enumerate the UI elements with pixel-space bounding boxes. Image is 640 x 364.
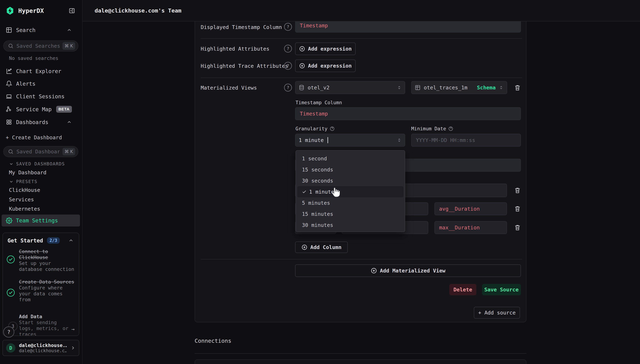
app-title: HyperDX — [18, 7, 44, 14]
gear-icon — [6, 218, 12, 224]
sidebar-item-label: Search — [16, 27, 36, 33]
section-presets[interactable]: PRESETS — [9, 179, 37, 184]
select-chevrons-icon — [499, 85, 503, 90]
sidebar-item-kubernetes[interactable]: Kubernetes — [9, 206, 40, 212]
dropdown-option[interactable]: 15 minutes — [296, 208, 405, 220]
dropdown-option-selected[interactable]: 1 minute — [297, 186, 403, 198]
granularity-dropdown: 1 second 15 seconds 30 seconds 1 minute … — [296, 150, 405, 232]
help-icon[interactable]: ? — [284, 84, 292, 92]
user-email: dale@clickhouse.c… — [19, 348, 67, 353]
sidebar-item-team-settings[interactable]: Team Settings — [2, 214, 80, 226]
get-started-panel: Get Started 2/3 Connect to ClickHouse Se… — [3, 232, 79, 336]
minimum-date-label: Minimum Date — [411, 126, 453, 132]
text-caret — [328, 137, 328, 143]
step-done-icon — [7, 256, 15, 263]
add-materialized-view-button[interactable]: Add Materialized View — [295, 264, 521, 277]
search-icon — [8, 43, 14, 49]
get-started-step[interactable]: Connect to ClickHouse Set up your databa… — [19, 249, 76, 272]
shortcut-badge: ⌘ K — [63, 148, 75, 155]
section-saved-dashboards[interactable]: SAVED DASHBOARDS — [9, 161, 65, 166]
source-settings-card: Displayed Timestamp Column ? Timestamp H… — [195, 22, 526, 322]
save-source-button[interactable]: Save Source — [482, 284, 521, 295]
sidebar-item-alerts[interactable]: Alerts — [6, 80, 77, 87]
saved-dashboards-input[interactable]: Saved Dashboards ⌘ K — [3, 146, 78, 157]
timestamp-column-input[interactable]: Timestamp — [295, 107, 521, 120]
saved-dashboards-placeholder: Saved Dashboards — [17, 148, 60, 155]
minimum-date-input[interactable]: YYYY-MM-DD HH:mm:ss — [411, 134, 521, 146]
step-subtitle: Set up your database connection — [19, 260, 76, 272]
info-icon — [330, 126, 335, 131]
materialized-views-label: Materialized Views — [201, 85, 257, 91]
delete-column-trash-icon[interactable] — [514, 205, 521, 212]
page-title: dale@clickhouse.com's Team — [95, 7, 181, 14]
step-title: Create Data Sources — [19, 279, 76, 285]
sidebar-item-my-dashboard[interactable]: My Dashboard — [9, 170, 47, 176]
get-started-step[interactable]: Create Data Sources Configure where your… — [19, 279, 76, 303]
connections-title: Connections — [195, 338, 231, 344]
user-menu[interactable]: D dale@clickhouse.… dale@clickhouse.c… — [3, 340, 79, 356]
sidebar-item-chart-explorer[interactable]: Chart Explorer — [6, 68, 77, 74]
help-icon[interactable]: ? — [284, 45, 292, 52]
sidebar-item-label: Dashboards — [16, 119, 49, 125]
dropdown-option[interactable]: 15 seconds — [296, 164, 405, 175]
dropdown-option[interactable]: 30 seconds — [296, 175, 405, 186]
step-title: Connect to ClickHouse — [19, 249, 76, 260]
sidebar-item-label: Alerts — [16, 81, 36, 87]
sidebar-item-service-map[interactable]: Service Map BETA — [6, 106, 77, 113]
help-icon[interactable]: ? — [284, 62, 292, 70]
delete-column-trash-icon[interactable] — [514, 224, 521, 231]
progress-badge: 2/3 — [47, 237, 60, 244]
chevron-down-icon — [9, 179, 14, 184]
column-alias-input[interactable]: max__Duration — [434, 221, 507, 234]
help-button[interactable]: ? — [3, 326, 14, 338]
granularity-combobox[interactable]: 1 minute — [295, 134, 405, 146]
delete-button[interactable]: Delete — [449, 284, 476, 295]
add-expression-button[interactable]: Add expression — [295, 42, 356, 55]
sidebar-item-dashboards[interactable]: Dashboards — [6, 119, 77, 125]
beta-badge: BETA — [56, 106, 72, 113]
dropdown-option[interactable]: 1 second — [296, 153, 405, 164]
user-name: dale@clickhouse.… — [19, 342, 67, 348]
delete-view-trash-icon[interactable] — [514, 84, 521, 92]
chevron-up-icon — [67, 120, 72, 125]
sidebar-item-label: Service Map — [16, 106, 52, 112]
add-column-button[interactable]: Add Column — [295, 242, 348, 253]
chevron-down-icon — [9, 162, 14, 166]
sidebar-collapse-icon[interactable] — [69, 8, 75, 14]
search-icon — [8, 149, 14, 154]
dropdown-option[interactable]: 5 minutes — [296, 198, 405, 208]
sidebar: HyperDX Search Saved Searches ⌘ K No sav… — [0, 0, 83, 364]
plus-circle-icon — [299, 46, 305, 52]
divider — [201, 38, 522, 38]
create-dashboard-button[interactable]: + Create Dashboard — [6, 134, 62, 140]
chevron-up-icon[interactable] — [68, 238, 74, 243]
sidebar-item-client-sessions[interactable]: Client Sessions — [6, 93, 77, 100]
highlighted-attributes-label: Highlighted Attributes — [201, 46, 269, 52]
add-source-button[interactable]: + Add source — [474, 307, 520, 318]
delete-column-trash-icon[interactable] — [514, 187, 521, 194]
sidebar-item-services[interactable]: Services — [9, 196, 34, 202]
search-section-icon — [6, 27, 12, 33]
divider — [201, 259, 522, 260]
get-started-step[interactable]: Add Data Start sending logs, metrics, or… — [19, 314, 69, 336]
dropdown-option[interactable]: 30 minutes — [296, 220, 405, 231]
step-done-icon — [7, 289, 15, 296]
saved-searches-input[interactable]: Saved Searches ⌘ K — [3, 40, 78, 52]
header: dale@clickhouse.com's Team — [83, 0, 640, 22]
avatar: D — [6, 343, 16, 352]
help-icon[interactable]: ? — [284, 23, 292, 31]
database-icon — [299, 85, 304, 90]
saved-searches-placeholder: Saved Searches — [17, 43, 60, 49]
table-select[interactable]: otel_traces_1m Schema — [411, 81, 507, 94]
sidebar-item-label: Chart Explorer — [16, 68, 61, 74]
chart-explorer-icon — [6, 68, 12, 74]
timestamp-column-label: Timestamp Column — [296, 100, 342, 105]
get-started-title: Get Started — [8, 238, 43, 244]
schema-link[interactable]: Schema — [477, 84, 496, 91]
column-alias-input[interactable]: avg__Duration — [434, 202, 507, 215]
sidebar-item-clickhouse[interactable]: ClickHouse — [9, 187, 40, 193]
add-expression-button[interactable]: Add expression — [295, 60, 356, 72]
view-select[interactable]: otel_v2 — [295, 81, 405, 94]
displayed-timestamp-input[interactable]: Timestamp — [295, 22, 521, 32]
sidebar-item-search[interactable]: Search — [6, 27, 77, 33]
